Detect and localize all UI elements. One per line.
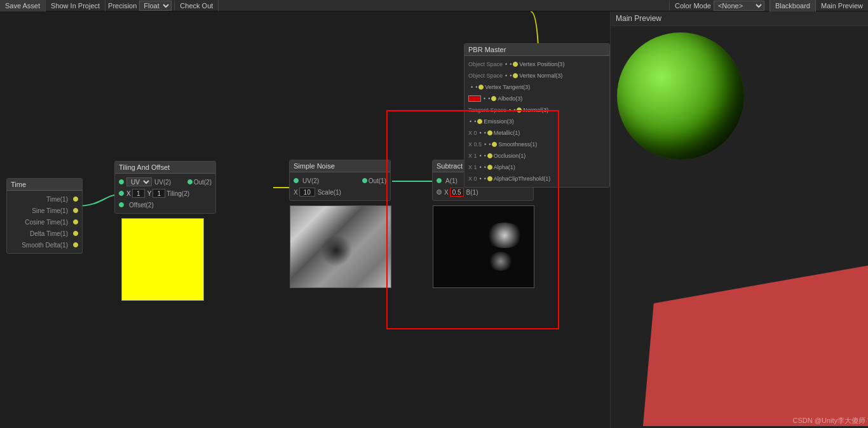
pbr-emission-port[interactable] xyxy=(477,119,482,124)
tiling-offset-in-port[interactable] xyxy=(119,202,124,207)
precision-label: Precision xyxy=(108,2,137,10)
pbr-alphaclip-port[interactable] xyxy=(487,176,492,181)
preview-shape xyxy=(639,261,868,426)
node-pbr: PBR Master Object Space • • Vertex Posit… xyxy=(464,43,610,188)
tiling-out-port[interactable] xyxy=(187,179,193,184)
sinetime-out-port[interactable] xyxy=(73,208,78,213)
node-time: Time Time(1) Sine Time(1) Cosine Time(1)… xyxy=(6,178,83,254)
main-preview-content xyxy=(611,26,868,426)
color-mode-select[interactable]: <None> xyxy=(714,1,764,11)
pbr-occlusion-row: X 1 • • Occlusion(1) xyxy=(465,150,609,162)
subtract-b-in-port[interactable] xyxy=(437,190,442,195)
pbr-alpha-row: X 1 • • Alpha(1) xyxy=(465,162,609,173)
tiling-uv-dropdown[interactable]: UV0 xyxy=(126,177,152,186)
main-preview-header: Main Preview xyxy=(611,11,868,26)
node-tiling-header: Tiling And Offset xyxy=(115,162,215,174)
tiling-uv-in-port[interactable] xyxy=(119,179,124,184)
check-out-button[interactable]: Check Out xyxy=(175,0,219,11)
cosinetime-out-port[interactable] xyxy=(73,219,78,224)
pbr-albedo-port[interactable] xyxy=(491,96,496,101)
smoothdelta-out-port[interactable] xyxy=(73,242,78,247)
pbr-smoothness-row: X 0.5 • • Smoothness(1) xyxy=(465,139,609,150)
pbr-vertex-position-row: Object Space • • Vertex Position(3) xyxy=(465,59,609,70)
canvas-area: Time Time(1) Sine Time(1) Cosine Time(1)… xyxy=(0,11,868,428)
node-graph: Time Time(1) Sine Time(1) Cosine Time(1)… xyxy=(0,11,610,428)
show-in-project-button[interactable]: Show In Project xyxy=(46,0,105,11)
tiling-offset-row: Offset(2) xyxy=(115,199,215,211)
pbr-smoothness-port[interactable] xyxy=(492,142,497,147)
precision-group: Precision Float Half xyxy=(105,1,175,11)
blackboard-button[interactable]: Blackboard xyxy=(770,0,816,11)
node-simplenoise-header: Simple Noise xyxy=(290,160,390,172)
node-simplenoise-body: UV(2) Out(1) X 10 Scale(1) xyxy=(290,172,390,200)
simplenoise-out-port[interactable] xyxy=(362,178,367,183)
cosinetime-output-row: Cosine Time(1) xyxy=(7,216,82,228)
preview-sphere xyxy=(617,32,744,160)
smoothdelta-output-row: Smooth Delta(1) xyxy=(7,239,82,251)
precision-select[interactable]: Float Half xyxy=(139,1,172,11)
simplenoise-scale-row: X 10 Scale(1) xyxy=(290,186,390,198)
pbr-vtang-port[interactable] xyxy=(478,85,484,90)
tiling-xy-row: X 1 Y 1 Tiling(2) xyxy=(115,188,215,199)
simplenoise-uv-row: UV(2) Out(1) xyxy=(290,175,390,186)
albedo-swatch xyxy=(468,95,481,102)
pbr-metallic-row: X 0 • • Metallic(1) xyxy=(465,127,609,139)
subtract-a-in-port[interactable] xyxy=(437,178,442,183)
tiling-tiling-in-port[interactable] xyxy=(119,191,124,196)
pbr-vertex-tangent-row: • • Vertex Tangent(3) xyxy=(465,81,609,93)
tiling-preview xyxy=(121,218,204,301)
simplenoise-preview xyxy=(290,205,391,288)
time-output-row: Time(1) xyxy=(7,193,82,205)
deltatime-out-port[interactable] xyxy=(73,231,78,236)
pbr-normal-port[interactable] xyxy=(517,107,522,113)
pbr-vpos-port[interactable] xyxy=(513,62,518,67)
color-mode-label: Color Mode xyxy=(675,2,711,10)
save-asset-button[interactable]: Save Asset xyxy=(0,0,46,11)
node-pbr-body: Object Space • • Vertex Position(3) Obje… xyxy=(465,56,609,187)
pbr-alpha-port[interactable] xyxy=(487,165,492,170)
color-mode-group: Color Mode <None> xyxy=(669,1,770,11)
pbr-vnorm-port[interactable] xyxy=(513,73,518,78)
main-preview-title: Main Preview xyxy=(616,14,661,23)
pbr-vertex-normal-row: Object Space • • Vertex Normal(3) xyxy=(465,70,609,81)
pbr-occlusion-port[interactable] xyxy=(487,153,492,158)
main-preview-button[interactable]: Main Preview xyxy=(816,0,868,11)
node-time-header: Time xyxy=(7,179,82,191)
toolbar: Save Asset Show In Project Precision Flo… xyxy=(0,0,868,11)
main-preview-panel: Main Preview xyxy=(610,11,868,428)
node-pbr-header: PBR Master xyxy=(465,44,609,56)
node-time-body: Time(1) Sine Time(1) Cosine Time(1) Delt… xyxy=(7,191,82,253)
simplenoise-uv-in-port[interactable] xyxy=(294,178,299,183)
node-tiling-body: UV0 UV(2) Out(2) X 1 Y 1 Tiling(2) xyxy=(115,174,215,213)
deltatime-output-row: Delta Time(1) xyxy=(7,228,82,239)
sinetime-output-row: Sine Time(1) xyxy=(7,205,82,216)
node-simplenoise: Simple Noise UV(2) Out(1) X 10 Scale(1) xyxy=(289,160,391,201)
tiling-uv-row: UV0 UV(2) Out(2) xyxy=(115,176,215,188)
node-tiling: Tiling And Offset UV0 UV(2) Out(2) X 1 Y xyxy=(114,161,216,214)
pbr-metallic-port[interactable] xyxy=(487,130,492,135)
subtract-preview xyxy=(433,205,534,288)
subtract-b-value[interactable]: 0.5 xyxy=(450,188,464,197)
subtract-b-row: X 0.5 B(1) xyxy=(433,186,533,198)
time-out-port[interactable] xyxy=(73,197,78,202)
pbr-emission-row: • • Emission(3) xyxy=(465,116,609,127)
pbr-albedo-row: • • Albedo(3) xyxy=(465,93,609,104)
pbr-alphaclip-row: X 0 • • AlphaClipThreshold(1) xyxy=(465,173,609,184)
pbr-normal-row: Tangent Space • • Normal(3) xyxy=(465,104,609,116)
